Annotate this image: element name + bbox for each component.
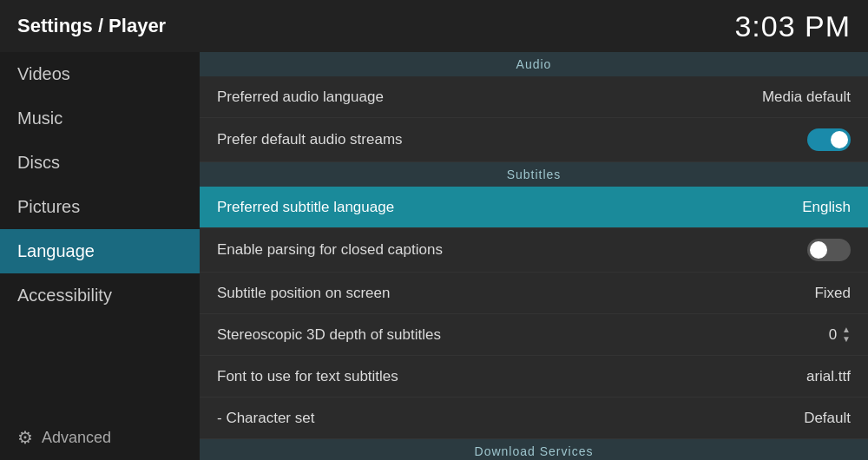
toggle-audio-1[interactable]: [807, 128, 851, 151]
sidebar-item-language[interactable]: Language: [0, 229, 200, 273]
setting-row-subtitles-0[interactable]: Preferred subtitle languageEnglish: [200, 187, 868, 228]
setting-value: Media default: [762, 89, 851, 106]
setting-row-audio-1[interactable]: Prefer default audio streams: [200, 118, 868, 162]
setting-label: Preferred audio language: [217, 89, 384, 106]
setting-row-subtitles-2[interactable]: Subtitle position on screenFixed: [200, 273, 868, 314]
clock: 3:03 PM: [734, 10, 851, 43]
toggle-subtitles-1[interactable]: [807, 239, 851, 261]
sidebar-item-accessibility[interactable]: Accessibility: [0, 273, 200, 318]
section-header-download_services: Download Services: [200, 439, 868, 460]
setting-label: Subtitle position on screen: [217, 285, 390, 302]
main-content: 3:03 PM AudioPreferred audio languageMed…: [200, 0, 868, 460]
setting-row-subtitles-4[interactable]: Font to use for text subtitlesarial.ttf: [200, 356, 868, 398]
sidebar-header: Settings / Player: [0, 0, 200, 52]
setting-label: Preferred subtitle language: [217, 199, 394, 216]
sidebar-item-discs[interactable]: Discs: [0, 141, 200, 185]
sidebar-title: Settings / Player: [17, 15, 166, 37]
setting-value: arial.ttf: [806, 368, 851, 385]
setting-row-subtitles-3[interactable]: Stereoscopic 3D depth of subtitles0▲▼: [200, 314, 868, 356]
setting-value: English: [802, 199, 851, 216]
setting-label: Prefer default audio streams: [217, 131, 403, 148]
setting-label: Enable parsing for closed captions: [217, 241, 443, 259]
setting-row-subtitles-5[interactable]: - Character setDefault: [200, 398, 868, 439]
sidebar-item-music[interactable]: Music: [0, 96, 200, 141]
spinner-up-arrow[interactable]: ▲: [842, 325, 851, 334]
section-header-audio: Audio: [200, 52, 868, 76]
spinner-subtitles-3: 0▲▼: [829, 325, 851, 344]
section-header-subtitles: Subtitles: [200, 162, 868, 187]
settings-list: AudioPreferred audio languageMedia defau…: [200, 52, 868, 460]
setting-value: Default: [804, 410, 851, 427]
top-bar: 3:03 PM: [200, 0, 868, 52]
toggle-knob: [810, 241, 827, 259]
sidebar-nav: VideosMusicDiscsPicturesLanguageAccessib…: [0, 52, 200, 415]
toggle-knob: [831, 131, 848, 148]
spinner-arrows: ▲▼: [842, 325, 851, 344]
setting-row-audio-0[interactable]: Preferred audio languageMedia default: [200, 76, 868, 118]
setting-label: - Character set: [217, 410, 314, 427]
advanced-label: Advanced: [42, 429, 111, 447]
sidebar-item-pictures[interactable]: Pictures: [0, 185, 200, 229]
sidebar: Settings / Player VideosMusicDiscsPictur…: [0, 0, 200, 460]
setting-row-subtitles-1[interactable]: Enable parsing for closed captions: [200, 228, 868, 273]
setting-label: Font to use for text subtitles: [217, 368, 398, 385]
advanced-button[interactable]: ⚙ Advanced: [0, 415, 200, 460]
setting-value: Fixed: [814, 285, 851, 302]
spinner-down-arrow[interactable]: ▼: [842, 335, 851, 344]
gear-icon: ⚙: [17, 427, 33, 448]
sidebar-item-videos[interactable]: Videos: [0, 52, 200, 96]
spinner-value: 0: [829, 326, 837, 344]
setting-label: Stereoscopic 3D depth of subtitles: [217, 326, 441, 344]
